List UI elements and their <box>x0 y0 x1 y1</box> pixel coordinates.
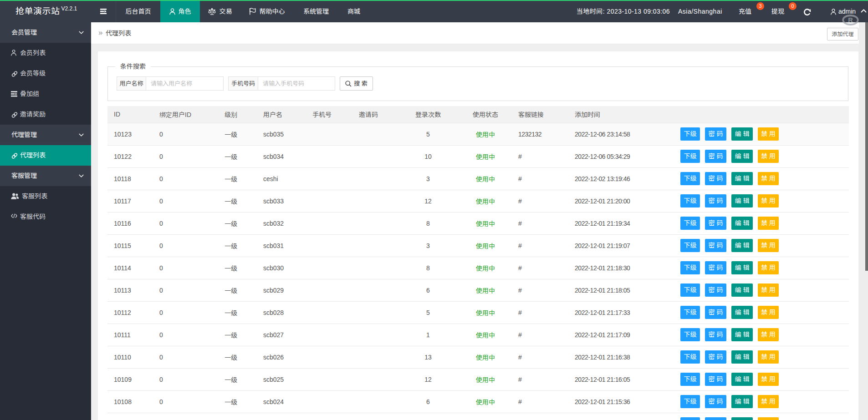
svg-text:R: R <box>848 16 853 24</box>
